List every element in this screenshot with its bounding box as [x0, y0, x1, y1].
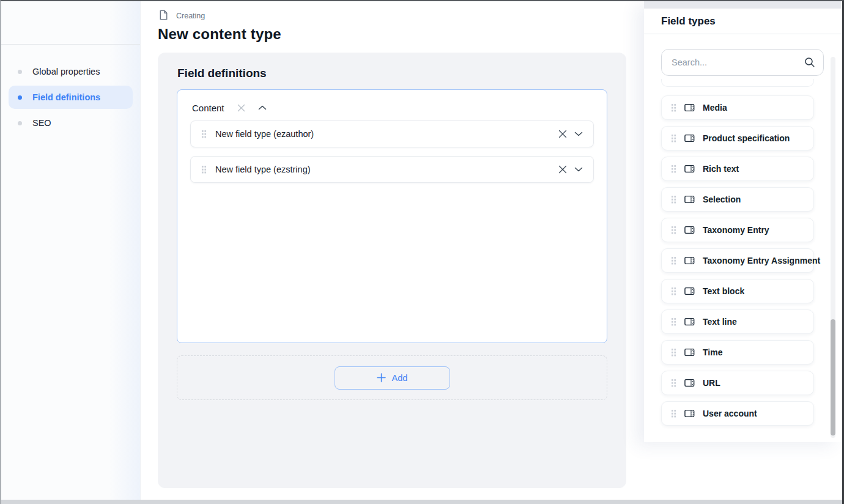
nav-bullet-icon: [18, 95, 22, 100]
sidebar-item-seo[interactable]: SEO: [9, 111, 133, 135]
left-sidebar: Global properties Field definitions SEO: [1, 1, 141, 504]
field-rows: New field type (ezauthor) New field type…: [190, 120, 594, 183]
field-type-label: Media: [703, 103, 727, 113]
drag-handle-icon[interactable]: [671, 103, 676, 112]
field-definition-row[interactable]: New field type (ezauthor): [190, 120, 594, 147]
field-type-icon: [684, 287, 695, 295]
status-label: Creating: [176, 12, 205, 20]
sidebar-item-label: Global properties: [32, 67, 100, 76]
field-type-card-rich-text[interactable]: Rich text: [661, 157, 814, 181]
add-group-area: Add: [177, 355, 607, 400]
field-type-card-text-line[interactable]: Text line: [661, 309, 814, 334]
field-type-label: Time: [703, 347, 722, 357]
drag-handle-icon[interactable]: [671, 165, 676, 173]
main-area: Creating New content type Save and close…: [141, 1, 842, 504]
scrollbar-thumb[interactable]: [831, 319, 835, 435]
drag-handle-icon[interactable]: [671, 134, 676, 143]
remove-field-button[interactable]: [558, 130, 567, 138]
scrollbar-track[interactable]: [831, 57, 835, 438]
close-icon: [558, 130, 567, 138]
drag-handle-icon[interactable]: [671, 379, 676, 387]
drag-handle-icon[interactable]: [671, 226, 676, 234]
section-title: Field definitions: [158, 53, 626, 89]
field-type-label: URL: [703, 378, 720, 388]
nav-bullet-icon: [18, 121, 22, 125]
field-type-card-product-specification[interactable]: Product specification: [661, 126, 814, 150]
field-type-icon: [684, 379, 695, 387]
field-type-label: Text block: [703, 286, 744, 296]
app-window: Global properties Field definitions SEO: [0, 0, 844, 504]
expand-field-button[interactable]: [574, 167, 583, 172]
drag-handle-icon[interactable]: [201, 130, 207, 138]
field-group-name: Content: [192, 103, 224, 113]
field-types-top-strip: [644, 1, 841, 9]
field-type-icon: [684, 103, 695, 112]
drag-handle-icon[interactable]: [671, 409, 676, 418]
field-types-list: Media Product specification Rich text: [644, 78, 841, 442]
field-types-search: [661, 49, 824, 76]
field-type-card-selection[interactable]: Selection: [661, 187, 814, 212]
chevron-up-icon: [258, 105, 267, 110]
chevron-down-icon: [574, 167, 583, 172]
plus-icon: [377, 373, 386, 382]
search-icon: [804, 56, 816, 71]
field-group-header: Content: [190, 98, 594, 117]
field-definition-row[interactable]: New field type (ezstring): [190, 156, 594, 183]
field-definitions-panel: Field definitions Content: [158, 53, 626, 488]
field-type-label: Taxonomy Entry: [703, 225, 769, 235]
chevron-down-icon: [574, 132, 583, 136]
drag-handle-icon[interactable]: [671, 348, 676, 357]
field-type-card-partial[interactable]: [661, 79, 814, 87]
field-type-icon: [684, 317, 695, 326]
field-type-card-taxonomy-entry[interactable]: Taxonomy Entry: [661, 218, 814, 242]
nav-bullet-icon: [18, 70, 22, 74]
sidebar-item-label: Field definitions: [32, 92, 100, 102]
drag-handle-icon[interactable]: [671, 317, 676, 326]
add-button-label: Add: [392, 373, 408, 383]
remove-group-button[interactable]: [237, 104, 245, 112]
field-types-panel: Field types Me: [644, 1, 841, 442]
field-type-icon: [684, 226, 695, 234]
sidebar-item-field-definitions[interactable]: Field definitions: [9, 86, 133, 109]
field-type-label: User account: [703, 409, 757, 418]
field-type-icon: [684, 256, 695, 265]
field-type-card-user-account[interactable]: User account: [661, 401, 814, 426]
close-icon: [237, 104, 245, 112]
field-type-card-url[interactable]: URL: [661, 371, 814, 395]
field-type-card-media[interactable]: Media: [661, 95, 814, 120]
page-title: New content type: [158, 26, 281, 43]
field-type-label: Rich text: [703, 164, 739, 174]
field-type-label: Product specification: [703, 133, 790, 143]
sidebar-nav: Global properties Field definitions SEO: [1, 45, 140, 137]
add-button[interactable]: Add: [335, 366, 450, 390]
sidebar-item-global-properties[interactable]: Global properties: [9, 60, 133, 83]
field-type-card-text-block[interactable]: Text block: [661, 279, 814, 303]
search-input[interactable]: [661, 49, 824, 76]
field-type-icon: [684, 165, 695, 173]
field-definition-label: New field type (ezauthor): [215, 129, 314, 139]
page-header-left: Creating New content type: [158, 9, 281, 43]
collapse-group-button[interactable]: [258, 105, 267, 110]
field-type-card-taxonomy-entry-assignment[interactable]: Taxonomy Entry Assignment: [661, 248, 814, 273]
drag-handle-icon[interactable]: [671, 287, 676, 295]
field-type-icon: [684, 195, 695, 204]
drag-handle-icon[interactable]: [671, 256, 676, 265]
drag-handle-icon[interactable]: [201, 165, 207, 174]
drag-handle-icon[interactable]: [671, 195, 676, 204]
field-types-title: Field types: [644, 9, 841, 34]
field-type-icon: [684, 409, 695, 418]
field-type-label: Selection: [703, 195, 741, 204]
field-type-label: Text line: [703, 317, 737, 327]
status-row: Creating: [158, 9, 281, 23]
close-icon: [558, 165, 567, 174]
expand-field-button[interactable]: [574, 132, 583, 136]
field-row-actions: [558, 165, 583, 174]
field-type-card-time[interactable]: Time: [661, 340, 814, 365]
field-row-actions: [558, 130, 583, 138]
field-type-icon: [684, 134, 695, 143]
sidebar-top-spacer: [1, 1, 140, 45]
field-group-card: Content New field type (ezauthor): [177, 89, 607, 343]
document-icon: [158, 9, 169, 23]
sidebar-item-label: SEO: [32, 118, 51, 128]
remove-field-button[interactable]: [558, 165, 567, 174]
